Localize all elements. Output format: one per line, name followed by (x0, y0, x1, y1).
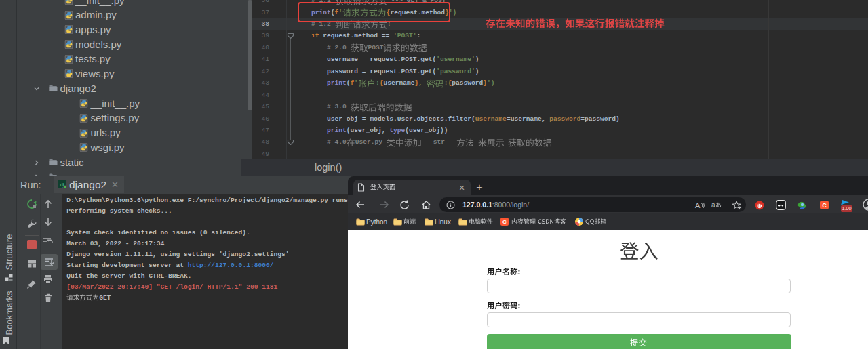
svg-text:A: A (695, 201, 701, 209)
svg-text:C: C (502, 219, 507, 225)
svg-text:C: C (822, 201, 827, 208)
